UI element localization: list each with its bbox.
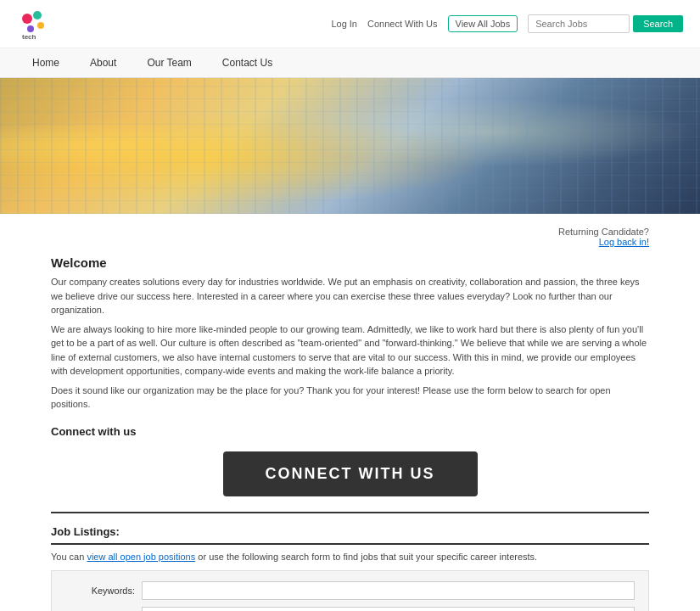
job-listings-heading: Job Listings: [51, 525, 649, 545]
connect-heading: Connect with us [51, 425, 649, 438]
logo-icon: tech [17, 7, 51, 41]
welcome-para1: Our company creates solutions every day … [51, 275, 649, 317]
returning-candidate-label: Returning Candidate? [558, 227, 649, 237]
header-search-area: Search [528, 14, 683, 33]
connect-with-us-button[interactable]: CONNECT WITH US [223, 451, 478, 496]
nav-home[interactable]: Home [17, 48, 75, 77]
returning-candidate-area: Returning Candidate? Log back in! [51, 227, 649, 247]
connect-btn-wrapper: CONNECT WITH US [51, 445, 649, 503]
category-row: Category: (All) [65, 607, 635, 612]
svg-point-2 [37, 22, 44, 29]
header-search-button[interactable]: Search [633, 15, 683, 32]
keywords-row: Keywords: [65, 581, 635, 600]
nav-about[interactable]: About [75, 48, 132, 77]
view-all-positions-link[interactable]: view all open job positions [87, 552, 195, 562]
logo: tech [17, 7, 54, 41]
keywords-input[interactable] [142, 581, 635, 600]
welcome-section: Welcome Our company creates solutions ev… [51, 255, 649, 412]
top-nav-area: Log In Connect With Us View All Jobs Sea… [331, 14, 683, 33]
svg-point-0 [22, 14, 32, 24]
job-desc-post: or use the following search form to find… [195, 552, 537, 562]
view-all-jobs-button[interactable]: View All Jobs [448, 15, 518, 32]
login-link[interactable]: Log In [331, 19, 357, 29]
log-back-in-link[interactable]: Log back in! [599, 237, 649, 247]
job-listings-description: You can view all open job positions or u… [51, 552, 649, 562]
nav-contact[interactable]: Contact Us [207, 48, 288, 77]
welcome-heading: Welcome [51, 255, 649, 270]
welcome-para2: We are always looking to hire more like-… [51, 322, 649, 378]
svg-text:tech: tech [22, 33, 36, 41]
job-desc-pre: You can [51, 552, 87, 562]
top-header: tech Log In Connect With Us View All Job… [0, 0, 700, 48]
welcome-para3: Does it sound like our organization may … [51, 384, 649, 412]
main-nav: Home About Our Team Contact Us [0, 48, 700, 78]
svg-point-3 [27, 25, 34, 32]
job-search-form: Keywords: Category: (All) Position Type:… [51, 570, 649, 612]
hero-image [0, 78, 700, 214]
connect-section: Connect with us CONNECT WITH US [51, 425, 649, 513]
header-search-input[interactable] [528, 14, 630, 33]
keywords-label: Keywords: [65, 586, 142, 596]
svg-point-1 [33, 11, 42, 20]
nav-our-team[interactable]: Our Team [132, 48, 206, 77]
category-select[interactable]: (All) [142, 607, 635, 612]
connect-link[interactable]: Connect With Us [367, 19, 438, 29]
hero-buildings [0, 78, 700, 214]
job-listings-section: Job Listings: You can view all open job … [51, 525, 649, 612]
main-content: Returning Candidate? Log back in! Welcom… [0, 214, 700, 611]
